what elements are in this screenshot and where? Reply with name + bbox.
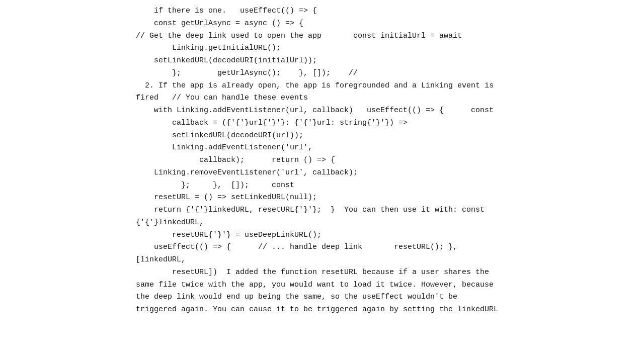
main-content: if there is one. useEffect(() => { const…	[126, 0, 518, 321]
code-content: if there is one. useEffect(() => { const…	[136, 0, 508, 321]
